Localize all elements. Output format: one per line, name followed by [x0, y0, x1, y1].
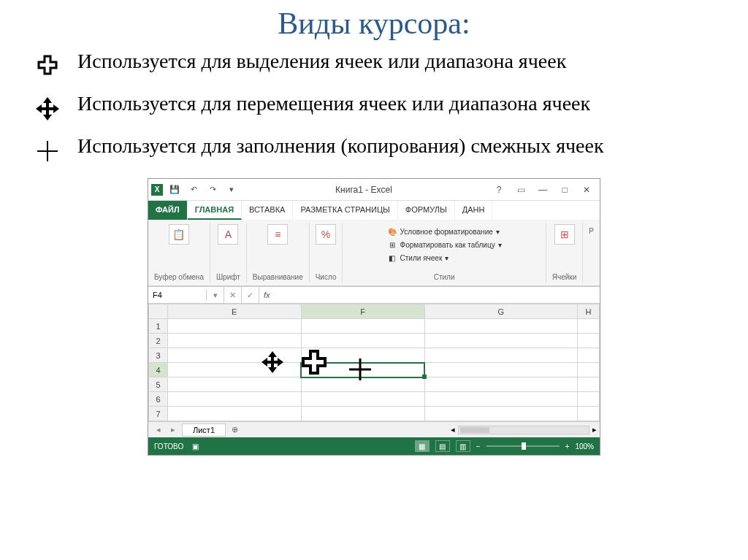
- alignment-icon[interactable]: ≡: [267, 224, 288, 245]
- statusbar: ГОТОВО ▣ ▦ ▤ ▥ − + 100%: [148, 437, 600, 455]
- tab-home[interactable]: ГЛАВНАЯ: [188, 201, 242, 220]
- cursor-type-1-text: Используется для выделения ячеек или диа…: [77, 48, 566, 74]
- name-box-dropdown-icon[interactable]: ▾: [207, 287, 224, 303]
- fill-cursor-icon: [29, 133, 66, 169]
- ribbon-group-alignment: ≡ Выравнивание: [247, 223, 310, 283]
- cell-styles-button[interactable]: ◧Стили ячеек ▾: [387, 252, 502, 264]
- tab-insert[interactable]: ВСТАВКА: [242, 201, 293, 220]
- ribbon: 📋 Буфер обмена A Шрифт ≡ Выравнивание % …: [148, 220, 600, 286]
- cursor-type-2-text: Используется для перемещения ячеек или д…: [77, 91, 590, 117]
- col-header-g[interactable]: G: [424, 304, 577, 319]
- select-all-corner[interactable]: [149, 304, 168, 319]
- tab-formulas[interactable]: ФОРМУЛЫ: [398, 201, 455, 220]
- scroll-right-icon[interactable]: ▸: [592, 425, 597, 434]
- horizontal-scrollbar[interactable]: [458, 426, 589, 434]
- sheet-tabs-bar: ◂ ▸ Лист1 ⊕ ◂ ▸: [148, 421, 600, 437]
- view-page-break-icon[interactable]: ▥: [456, 440, 470, 452]
- cells-icon[interactable]: ⊞: [554, 224, 575, 245]
- zoom-level[interactable]: 100%: [575, 442, 594, 450]
- formula-bar[interactable]: [275, 294, 600, 296]
- ribbon-group-clipboard: 📋 Буфер обмена: [148, 223, 210, 283]
- window-title: Книга1 - Excel: [239, 185, 489, 195]
- ribbon-display-icon[interactable]: ▭: [511, 183, 531, 197]
- save-icon[interactable]: 💾: [167, 183, 182, 197]
- col-header-h[interactable]: H: [578, 304, 600, 319]
- tab-file[interactable]: ФАЙЛ: [148, 201, 188, 220]
- number-label: Число: [316, 273, 337, 281]
- move-cursor-icon: [29, 91, 66, 127]
- redo-icon[interactable]: ↷: [205, 183, 220, 197]
- ribbon-group-font: A Шрифт: [210, 223, 247, 283]
- tab-data[interactable]: ДАНН: [455, 201, 493, 220]
- font-icon[interactable]: A: [218, 224, 238, 245]
- sheet-nav-next-icon[interactable]: ▸: [166, 425, 180, 434]
- spreadsheet-grid[interactable]: E F G H 1 2 3 4 5 6 7: [148, 304, 600, 421]
- undo-icon[interactable]: ↶: [186, 183, 201, 197]
- number-icon[interactable]: %: [316, 224, 336, 245]
- name-box[interactable]: F4: [148, 289, 207, 301]
- cancel-icon[interactable]: ✕: [224, 287, 242, 303]
- cursor-type-3-text: Используется для заполнения (копирования…: [77, 133, 604, 159]
- active-cell[interactable]: [301, 363, 424, 377]
- cell-styles-icon: ◧: [387, 253, 397, 263]
- cursor-type-2: Используется для перемещения ячеек или д…: [29, 91, 719, 127]
- paste-icon[interactable]: 📋: [169, 224, 189, 245]
- cursor-type-1: Используется для выделения ячеек или диа…: [29, 48, 719, 85]
- editing-label: Р: [589, 227, 594, 235]
- sheet-tab-1[interactable]: Лист1: [182, 423, 226, 437]
- styles-label: Стили: [434, 273, 455, 281]
- ribbon-tabs: ФАЙЛ ГЛАВНАЯ ВСТАВКА РАЗМЕТКА СТРАНИЦЫ Ф…: [148, 201, 600, 220]
- col-header-e[interactable]: E: [168, 304, 302, 319]
- sheet-nav-prev-icon[interactable]: ◂: [151, 425, 166, 434]
- zoom-out-icon[interactable]: −: [476, 442, 481, 450]
- row-header-7[interactable]: 7: [149, 407, 168, 421]
- row-header-3[interactable]: 3: [149, 348, 168, 363]
- qa-customize-icon[interactable]: ▾: [224, 183, 239, 197]
- help-icon[interactable]: ?: [489, 183, 509, 197]
- format-as-table-button[interactable]: ⊞Форматировать как таблицу ▾: [387, 239, 502, 250]
- ribbon-group-cells: ⊞ Ячейки: [546, 223, 584, 283]
- macro-record-icon[interactable]: ▣: [192, 442, 199, 450]
- excel-logo-icon: X: [151, 184, 163, 196]
- scroll-left-icon[interactable]: ◂: [451, 425, 455, 434]
- row-header-2[interactable]: 2: [149, 334, 168, 348]
- ribbon-group-number: % Число: [310, 223, 343, 283]
- titlebar: X 💾 ↶ ↷ ▾ Книга1 - Excel ? ▭ — □ ✕: [148, 179, 600, 201]
- row-header-4[interactable]: 4: [149, 363, 168, 377]
- close-icon[interactable]: ✕: [576, 183, 597, 197]
- status-ready: ГОТОВО: [154, 442, 183, 450]
- view-page-layout-icon[interactable]: ▤: [435, 440, 450, 452]
- fill-handle[interactable]: [422, 375, 427, 379]
- conditional-formatting-button[interactable]: 🎨Условное форматирование ▾: [387, 226, 502, 237]
- fx-icon[interactable]: fx: [259, 291, 275, 299]
- ribbon-group-styles: 🎨Условное форматирование ▾ ⊞Форматироват…: [343, 223, 546, 283]
- alignment-label: Выравнивание: [253, 273, 303, 281]
- view-normal-icon[interactable]: ▦: [415, 440, 430, 452]
- font-label: Шрифт: [216, 273, 240, 281]
- cells-label: Ячейки: [552, 273, 577, 281]
- cond-format-icon: 🎨: [387, 226, 397, 237]
- row-header-6[interactable]: 6: [149, 392, 168, 407]
- row-header-5[interactable]: 5: [149, 377, 168, 392]
- tab-page-layout[interactable]: РАЗМЕТКА СТРАНИЦЫ: [293, 201, 397, 220]
- enter-icon[interactable]: ✓: [242, 287, 259, 303]
- zoom-in-icon[interactable]: +: [565, 442, 570, 450]
- ribbon-group-editing: Р: [583, 223, 600, 283]
- maximize-icon[interactable]: □: [554, 183, 575, 197]
- cursor-type-3: Используется для заполнения (копирования…: [29, 133, 719, 169]
- excel-window: X 💾 ↶ ↷ ▾ Книга1 - Excel ? ▭ — □ ✕ ФАЙЛ …: [148, 178, 600, 456]
- table-icon: ⊞: [387, 239, 397, 250]
- formula-bar-row: F4 ▾ ✕ ✓ fx: [148, 286, 600, 304]
- add-sheet-icon[interactable]: ⊕: [227, 425, 242, 434]
- clipboard-label: Буфер обмена: [154, 273, 204, 281]
- page-title: Виды курсора:: [29, 6, 719, 41]
- col-header-f[interactable]: F: [301, 304, 424, 319]
- select-cursor-icon: [29, 48, 66, 85]
- minimize-icon[interactable]: —: [533, 183, 553, 197]
- row-header-1[interactable]: 1: [149, 319, 168, 334]
- zoom-slider[interactable]: [486, 445, 560, 447]
